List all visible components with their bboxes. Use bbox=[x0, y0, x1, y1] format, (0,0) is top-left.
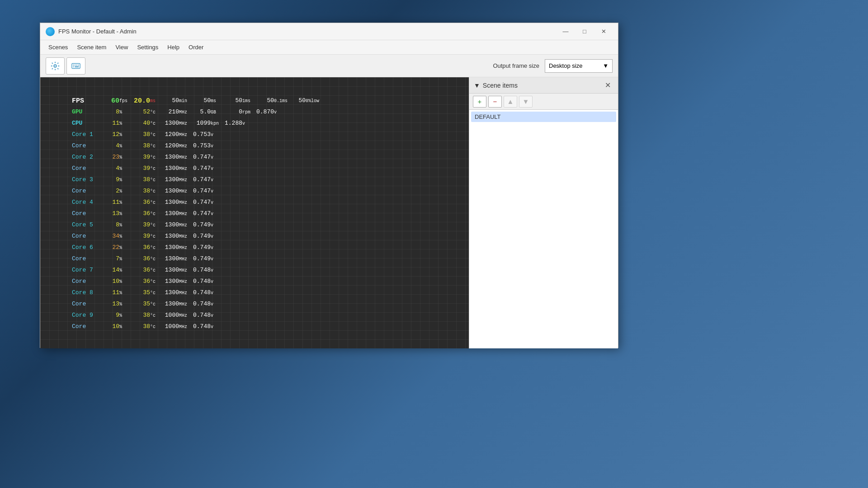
cpu-row: CPU 11 % 40 °c 1300 MHz 1099 kpn 1.288 v bbox=[72, 118, 318, 129]
core-pct-17: 10 bbox=[101, 322, 119, 331]
scene-panel-header: ▼ Scene items ✕ bbox=[469, 77, 618, 94]
core-v-unit-10: v bbox=[211, 244, 223, 252]
core-row-2: Core 2 23 % 39 °c 1300 MHz 0.747 v bbox=[72, 152, 318, 163]
core-row-10: Core 6 22 % 36 °c 1300 MHz 0.749 v bbox=[72, 242, 318, 253]
fps-1ms-val: 50 bbox=[223, 96, 242, 105]
core-label-13: Core bbox=[72, 277, 101, 286]
gpu-row: GPU 8 % 52 °c 210 MHz 5.0 GB 0 rpm 0.870… bbox=[72, 107, 318, 118]
scene-panel-toolbar: + − ▲ ▼ bbox=[469, 94, 618, 110]
menu-settings[interactable]: Settings bbox=[132, 42, 163, 52]
core-temp-6: 36 bbox=[132, 198, 150, 207]
core-temp-unit-8: °c bbox=[150, 222, 160, 229]
core-pct-unit-6: % bbox=[119, 199, 132, 206]
gpu-temp-unit: °c bbox=[150, 109, 160, 116]
core-pct-unit-12: % bbox=[119, 267, 132, 274]
fps-ms-unit: ms bbox=[150, 98, 160, 105]
menu-scenes[interactable]: Scenes bbox=[44, 42, 72, 52]
title-bar: FPS Monitor - Default - Admin — □ ✕ bbox=[40, 23, 618, 40]
gpu-pct-unit: % bbox=[119, 109, 132, 116]
core-temp-8: 39 bbox=[132, 221, 150, 230]
core-label-12: Core 7 bbox=[72, 266, 101, 275]
menu-order[interactable]: Order bbox=[184, 42, 208, 52]
core-mhz-unit-14: MHz bbox=[179, 290, 192, 297]
core-label-1: Core bbox=[72, 141, 101, 150]
settings-button[interactable] bbox=[46, 57, 65, 75]
core-v-unit-15: v bbox=[211, 301, 223, 308]
core-pct-unit-13: % bbox=[119, 278, 132, 286]
core-v-17: 0.748 bbox=[192, 322, 211, 331]
core-temp-unit-5: °c bbox=[150, 188, 160, 195]
app-window: FPS Monitor - Default - Admin — □ ✕ Scen… bbox=[40, 23, 618, 348]
scene-item-default[interactable]: DEFAULT bbox=[471, 112, 616, 122]
core-row-7: Core 13 % 36 °c 1300 MHz 0.747 v bbox=[72, 208, 318, 220]
core-v-12: 0.748 bbox=[192, 266, 211, 275]
core-pct-unit-11: % bbox=[119, 256, 132, 263]
core-v-unit-5: v bbox=[211, 188, 223, 195]
core-mhz-unit-3: MHz bbox=[179, 165, 192, 173]
menu-help[interactable]: Help bbox=[163, 42, 184, 52]
core-label-16: Core 9 bbox=[72, 311, 101, 320]
core-mhz-unit-0: MHz bbox=[179, 131, 192, 139]
core-row-12: Core 7 14 % 36 °c 1300 MHz 0.748 v bbox=[72, 265, 318, 276]
core-mhz-0: 1200 bbox=[160, 130, 179, 139]
core-temp-15: 35 bbox=[132, 300, 150, 309]
core-temp-unit-17: °c bbox=[150, 324, 160, 331]
scene-remove-button[interactable]: − bbox=[488, 96, 502, 108]
scene-move-up-button[interactable]: ▲ bbox=[504, 96, 517, 108]
gpu-label: GPU bbox=[72, 108, 101, 117]
core-pct-7: 13 bbox=[101, 209, 119, 218]
menu-scene-item[interactable]: Scene item bbox=[72, 42, 111, 52]
gpu-rpm-unit: rpm bbox=[242, 109, 255, 116]
cpu-pct: 11 bbox=[101, 119, 119, 128]
fps-val: 60 bbox=[101, 96, 119, 106]
core-temp-9: 39 bbox=[132, 232, 150, 241]
core-mhz-6: 1300 bbox=[160, 198, 179, 207]
core-pct-11: 7 bbox=[101, 254, 119, 263]
core-v-15: 0.748 bbox=[192, 300, 211, 309]
core-pct-14: 11 bbox=[101, 288, 119, 297]
fps-ms2-unit: ms bbox=[211, 98, 223, 105]
core-row-4: Core 3 9 % 38 °c 1300 MHz 0.747 v bbox=[72, 174, 318, 186]
core-row-9: Core 34 % 39 °c 1300 MHz 0.749 v bbox=[72, 231, 318, 242]
core-temp-12: 36 bbox=[132, 266, 150, 275]
minimize-button[interactable]: — bbox=[557, 25, 575, 38]
core-v-unit-1: v bbox=[211, 143, 223, 150]
scene-panel-close-button[interactable]: ✕ bbox=[602, 80, 613, 90]
keyboard-button[interactable] bbox=[66, 57, 85, 75]
fps-1ms-unit: 1ms bbox=[242, 98, 255, 105]
core-temp-unit-1: °c bbox=[150, 143, 160, 150]
core-label-11: Core bbox=[72, 254, 101, 263]
core-pct-unit-10: % bbox=[119, 244, 132, 252]
scene-move-down-button[interactable]: ▼ bbox=[519, 96, 533, 108]
core-label-10: Core 6 bbox=[72, 243, 101, 252]
core-v-1: 0.753 bbox=[192, 141, 211, 150]
core-temp-0: 38 bbox=[132, 130, 150, 139]
core-mhz-10: 1300 bbox=[160, 243, 179, 252]
core-v-2: 0.747 bbox=[192, 153, 211, 162]
maximize-button[interactable]: □ bbox=[576, 25, 594, 38]
fps-0pctlow-unit: 0%low bbox=[306, 98, 318, 105]
core-temp-unit-7: °c bbox=[150, 211, 160, 218]
core-mhz-15: 1300 bbox=[160, 300, 179, 309]
menu-view[interactable]: View bbox=[111, 42, 132, 52]
core-row-3: Core 4 % 39 °c 1300 MHz 0.747 v bbox=[72, 163, 318, 174]
core-label-17: Core bbox=[72, 322, 101, 331]
scene-panel: ▼ Scene items ✕ + − ▲ ▼ DEFAULT bbox=[469, 77, 618, 348]
core-temp-10: 36 bbox=[132, 243, 150, 252]
core-v-10: 0.749 bbox=[192, 243, 211, 252]
menu-bar: Scenes Scene item View Settings Help Ord… bbox=[40, 40, 618, 55]
core-mhz-unit-2: MHz bbox=[179, 154, 192, 161]
cores-container: Core 1 12 % 38 °c 1200 MHz 0.753 v Core … bbox=[72, 129, 318, 333]
core-v-8: 0.749 bbox=[192, 221, 211, 230]
core-label-6: Core 4 bbox=[72, 198, 101, 207]
core-mhz-17: 1000 bbox=[160, 322, 179, 331]
core-v-16: 0.748 bbox=[192, 311, 211, 320]
window-title: FPS Monitor - Default - Admin bbox=[58, 28, 557, 35]
core-row-17: Core 10 % 38 °c 1000 MHz 0.748 v bbox=[72, 321, 318, 333]
core-v-6: 0.747 bbox=[192, 198, 211, 207]
core-temp-1: 38 bbox=[132, 141, 150, 150]
close-button[interactable]: ✕ bbox=[594, 25, 613, 38]
cpu-label: CPU bbox=[72, 119, 101, 128]
output-frame-select[interactable]: Desktop size ▼ bbox=[545, 59, 613, 73]
scene-add-button[interactable]: + bbox=[473, 96, 486, 108]
